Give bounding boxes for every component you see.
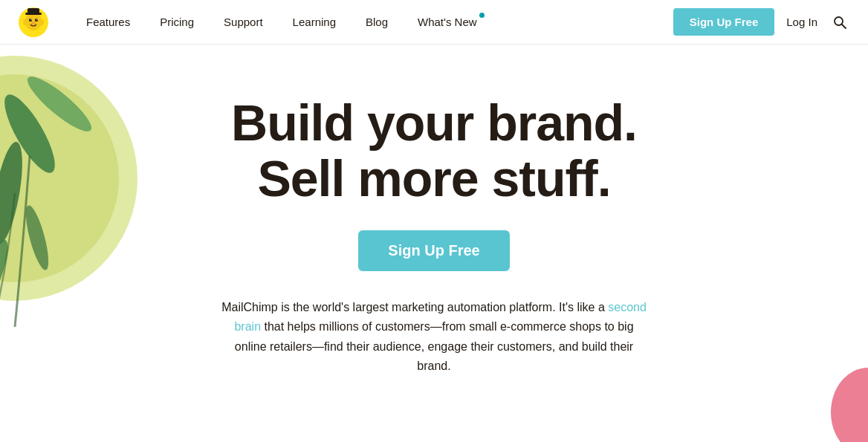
search-icon [832, 15, 847, 30]
description-after: that helps millions of customers—from sm… [235, 320, 634, 372]
svg-point-3 [35, 19, 38, 22]
nav-item-support[interactable]: Support [210, 10, 276, 34]
svg-point-4 [30, 19, 31, 19]
svg-point-10 [39, 19, 44, 25]
nav-item-pricing[interactable]: Pricing [146, 10, 207, 34]
svg-point-2 [29, 19, 32, 22]
logo-icon [18, 7, 49, 38]
description-before: MailChimp is the world's largest marketi… [221, 301, 605, 313]
hero-signup-button[interactable]: Sign Up Free [358, 230, 509, 271]
hero-section: Build your brand. Sell more stuff. Sign … [0, 45, 868, 442]
svg-point-9 [23, 19, 27, 25]
svg-point-11 [835, 17, 843, 25]
svg-rect-8 [27, 8, 39, 13]
main-navigation: Features Pricing Support Learning Blog W… [73, 10, 673, 34]
hero-description: MailChimp is the world's largest marketi… [218, 298, 650, 377]
nav-item-features[interactable]: Features [73, 10, 143, 34]
svg-point-15 [0, 88, 64, 179]
hero-content: Build your brand. Sell more stuff. Sign … [218, 95, 650, 376]
nav-signup-button[interactable]: Sign Up Free [673, 8, 775, 36]
nav-item-blog[interactable]: Blog [352, 10, 401, 34]
svg-point-16 [0, 140, 28, 246]
svg-point-20 [831, 368, 868, 442]
svg-point-5 [36, 19, 37, 19]
svg-point-18 [0, 237, 13, 313]
nav-login-link[interactable]: Log In [786, 16, 817, 28]
hero-headline: Build your brand. Sell more stuff. [218, 95, 650, 207]
search-button[interactable] [829, 12, 850, 33]
logo[interactable] [18, 7, 49, 38]
svg-line-12 [842, 25, 846, 28]
nav-item-learning[interactable]: Learning [279, 10, 349, 34]
navbar-right: Sign Up Free Log In [673, 8, 850, 36]
svg-point-6 [31, 22, 36, 25]
svg-point-19 [22, 204, 54, 272]
svg-point-13 [0, 56, 137, 301]
svg-point-14 [0, 74, 119, 282]
deco-left [0, 45, 149, 327]
nav-item-whats-new[interactable]: What's New [404, 10, 490, 34]
deco-right [823, 353, 868, 442]
svg-point-17 [22, 70, 97, 138]
navbar: Features Pricing Support Learning Blog W… [0, 0, 868, 45]
